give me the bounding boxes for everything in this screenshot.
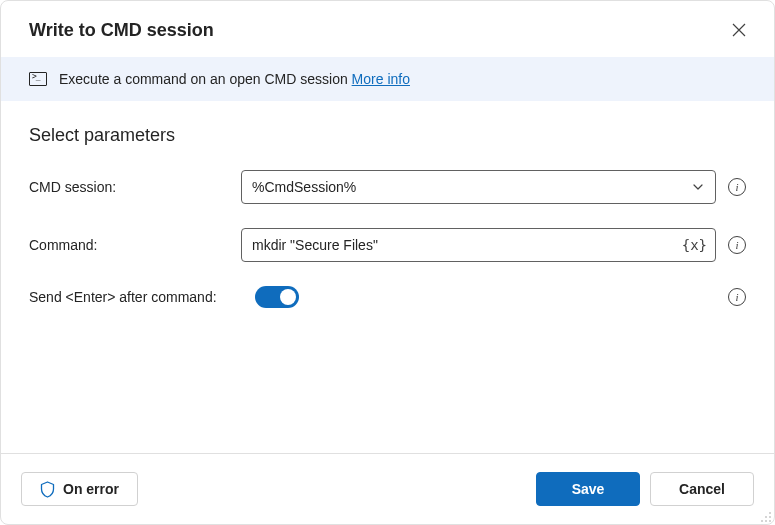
save-button[interactable]: Save	[536, 472, 640, 506]
svg-point-4	[765, 516, 767, 518]
send-enter-info-icon[interactable]	[728, 288, 746, 306]
shield-icon	[40, 481, 55, 498]
command-label: Command:	[29, 237, 229, 253]
send-enter-row: Send <Enter> after command:	[29, 286, 746, 308]
cmd-icon	[29, 72, 47, 86]
dialog-footer: On error Save Cancel	[1, 453, 774, 524]
banner-message: Execute a command on an open CMD session	[59, 71, 352, 87]
dialog-header: Write to CMD session	[1, 1, 774, 57]
close-icon	[732, 23, 746, 37]
command-input[interactable]	[252, 237, 682, 253]
command-input-wrapper: {x}	[241, 228, 716, 262]
toggle-wrapper	[241, 286, 716, 308]
more-info-link[interactable]: More info	[352, 71, 410, 87]
variable-icon[interactable]: {x}	[682, 237, 707, 253]
svg-point-5	[769, 512, 771, 514]
cmd-session-info-icon[interactable]	[728, 178, 746, 196]
dialog-title: Write to CMD session	[29, 20, 214, 41]
section-title: Select parameters	[29, 125, 746, 146]
cancel-label: Cancel	[679, 481, 725, 497]
content-area: Select parameters CMD session: %CmdSessi…	[1, 101, 774, 453]
svg-point-1	[769, 520, 771, 522]
send-enter-toggle[interactable]	[255, 286, 299, 308]
chevron-down-icon	[691, 180, 705, 194]
banner-text: Execute a command on an open CMD session…	[59, 71, 410, 87]
footer-actions: Save Cancel	[536, 472, 754, 506]
cmd-session-row: CMD session: %CmdSession%	[29, 170, 746, 204]
cmd-session-dropdown[interactable]: %CmdSession%	[241, 170, 716, 204]
save-label: Save	[572, 481, 605, 497]
close-button[interactable]	[728, 19, 750, 41]
svg-point-2	[769, 516, 771, 518]
send-enter-label: Send <Enter> after command:	[29, 289, 229, 305]
cmd-session-label: CMD session:	[29, 179, 229, 195]
resize-handle[interactable]	[760, 510, 772, 522]
on-error-label: On error	[63, 481, 119, 497]
svg-point-3	[761, 520, 763, 522]
cancel-button[interactable]: Cancel	[650, 472, 754, 506]
toggle-knob	[280, 289, 296, 305]
info-banner: Execute a command on an open CMD session…	[1, 57, 774, 101]
svg-point-0	[765, 520, 767, 522]
on-error-button[interactable]: On error	[21, 472, 138, 506]
command-info-icon[interactable]	[728, 236, 746, 254]
cmd-session-value: %CmdSession%	[252, 179, 356, 195]
command-row: Command: {x}	[29, 228, 746, 262]
